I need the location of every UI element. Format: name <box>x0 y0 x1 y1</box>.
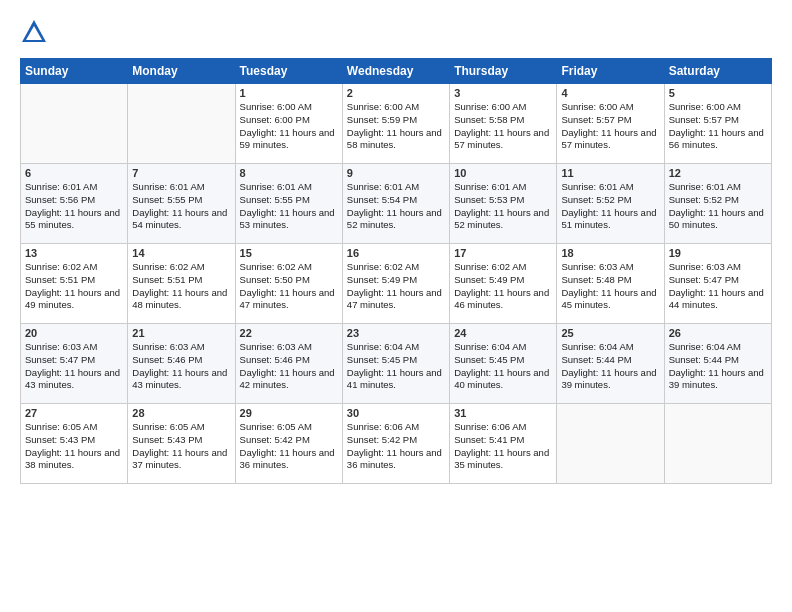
day-number: 21 <box>132 327 230 339</box>
cell-details: Sunrise: 6:00 AM Sunset: 6:00 PM Dayligh… <box>240 101 338 152</box>
cell-details: Sunrise: 6:01 AM Sunset: 5:52 PM Dayligh… <box>669 181 767 232</box>
day-number: 1 <box>240 87 338 99</box>
day-number: 29 <box>240 407 338 419</box>
calendar-cell: 28Sunrise: 6:05 AM Sunset: 5:43 PM Dayli… <box>128 404 235 484</box>
cell-details: Sunrise: 6:02 AM Sunset: 5:50 PM Dayligh… <box>240 261 338 312</box>
calendar-cell: 7Sunrise: 6:01 AM Sunset: 5:55 PM Daylig… <box>128 164 235 244</box>
calendar-cell: 19Sunrise: 6:03 AM Sunset: 5:47 PM Dayli… <box>664 244 771 324</box>
cell-details: Sunrise: 6:05 AM Sunset: 5:43 PM Dayligh… <box>132 421 230 472</box>
day-number: 5 <box>669 87 767 99</box>
day-number: 24 <box>454 327 552 339</box>
day-number: 20 <box>25 327 123 339</box>
day-number: 3 <box>454 87 552 99</box>
calendar-cell: 9Sunrise: 6:01 AM Sunset: 5:54 PM Daylig… <box>342 164 449 244</box>
calendar-cell: 21Sunrise: 6:03 AM Sunset: 5:46 PM Dayli… <box>128 324 235 404</box>
cell-details: Sunrise: 6:03 AM Sunset: 5:46 PM Dayligh… <box>132 341 230 392</box>
calendar-cell: 1Sunrise: 6:00 AM Sunset: 6:00 PM Daylig… <box>235 84 342 164</box>
cell-details: Sunrise: 6:01 AM Sunset: 5:55 PM Dayligh… <box>132 181 230 232</box>
calendar-cell: 22Sunrise: 6:03 AM Sunset: 5:46 PM Dayli… <box>235 324 342 404</box>
cell-details: Sunrise: 6:00 AM Sunset: 5:57 PM Dayligh… <box>669 101 767 152</box>
cell-details: Sunrise: 6:04 AM Sunset: 5:44 PM Dayligh… <box>561 341 659 392</box>
cell-details: Sunrise: 6:06 AM Sunset: 5:42 PM Dayligh… <box>347 421 445 472</box>
calendar-cell <box>21 84 128 164</box>
week-row-3: 13Sunrise: 6:02 AM Sunset: 5:51 PM Dayli… <box>21 244 772 324</box>
weekday-header-sunday: Sunday <box>21 59 128 84</box>
cell-details: Sunrise: 6:05 AM Sunset: 5:42 PM Dayligh… <box>240 421 338 472</box>
day-number: 28 <box>132 407 230 419</box>
calendar-cell: 18Sunrise: 6:03 AM Sunset: 5:48 PM Dayli… <box>557 244 664 324</box>
week-row-5: 27Sunrise: 6:05 AM Sunset: 5:43 PM Dayli… <box>21 404 772 484</box>
calendar-cell: 13Sunrise: 6:02 AM Sunset: 5:51 PM Dayli… <box>21 244 128 324</box>
cell-details: Sunrise: 6:04 AM Sunset: 5:45 PM Dayligh… <box>454 341 552 392</box>
weekday-header-saturday: Saturday <box>664 59 771 84</box>
day-number: 17 <box>454 247 552 259</box>
cell-details: Sunrise: 6:00 AM Sunset: 5:58 PM Dayligh… <box>454 101 552 152</box>
day-number: 30 <box>347 407 445 419</box>
calendar-cell: 10Sunrise: 6:01 AM Sunset: 5:53 PM Dayli… <box>450 164 557 244</box>
day-number: 12 <box>669 167 767 179</box>
calendar-cell: 17Sunrise: 6:02 AM Sunset: 5:49 PM Dayli… <box>450 244 557 324</box>
calendar-cell: 8Sunrise: 6:01 AM Sunset: 5:55 PM Daylig… <box>235 164 342 244</box>
day-number: 9 <box>347 167 445 179</box>
cell-details: Sunrise: 6:03 AM Sunset: 5:48 PM Dayligh… <box>561 261 659 312</box>
calendar-cell: 6Sunrise: 6:01 AM Sunset: 5:56 PM Daylig… <box>21 164 128 244</box>
calendar-cell: 15Sunrise: 6:02 AM Sunset: 5:50 PM Dayli… <box>235 244 342 324</box>
calendar-table: SundayMondayTuesdayWednesdayThursdayFrid… <box>20 58 772 484</box>
calendar-cell: 24Sunrise: 6:04 AM Sunset: 5:45 PM Dayli… <box>450 324 557 404</box>
cell-details: Sunrise: 6:06 AM Sunset: 5:41 PM Dayligh… <box>454 421 552 472</box>
calendar-cell <box>664 404 771 484</box>
cell-details: Sunrise: 6:01 AM Sunset: 5:53 PM Dayligh… <box>454 181 552 232</box>
day-number: 4 <box>561 87 659 99</box>
cell-details: Sunrise: 6:02 AM Sunset: 5:49 PM Dayligh… <box>347 261 445 312</box>
day-number: 13 <box>25 247 123 259</box>
cell-details: Sunrise: 6:02 AM Sunset: 5:51 PM Dayligh… <box>132 261 230 312</box>
cell-details: Sunrise: 6:03 AM Sunset: 5:47 PM Dayligh… <box>669 261 767 312</box>
day-number: 23 <box>347 327 445 339</box>
cell-details: Sunrise: 6:00 AM Sunset: 5:57 PM Dayligh… <box>561 101 659 152</box>
week-row-1: 1Sunrise: 6:00 AM Sunset: 6:00 PM Daylig… <box>21 84 772 164</box>
cell-details: Sunrise: 6:03 AM Sunset: 5:46 PM Dayligh… <box>240 341 338 392</box>
day-number: 2 <box>347 87 445 99</box>
cell-details: Sunrise: 6:00 AM Sunset: 5:59 PM Dayligh… <box>347 101 445 152</box>
day-number: 22 <box>240 327 338 339</box>
cell-details: Sunrise: 6:04 AM Sunset: 5:44 PM Dayligh… <box>669 341 767 392</box>
day-number: 10 <box>454 167 552 179</box>
cell-details: Sunrise: 6:01 AM Sunset: 5:56 PM Dayligh… <box>25 181 123 232</box>
weekday-header-monday: Monday <box>128 59 235 84</box>
calendar-cell: 4Sunrise: 6:00 AM Sunset: 5:57 PM Daylig… <box>557 84 664 164</box>
week-row-4: 20Sunrise: 6:03 AM Sunset: 5:47 PM Dayli… <box>21 324 772 404</box>
weekday-header-friday: Friday <box>557 59 664 84</box>
calendar-cell: 5Sunrise: 6:00 AM Sunset: 5:57 PM Daylig… <box>664 84 771 164</box>
cell-details: Sunrise: 6:02 AM Sunset: 5:51 PM Dayligh… <box>25 261 123 312</box>
weekday-header-row: SundayMondayTuesdayWednesdayThursdayFrid… <box>21 59 772 84</box>
day-number: 27 <box>25 407 123 419</box>
day-number: 25 <box>561 327 659 339</box>
cell-details: Sunrise: 6:04 AM Sunset: 5:45 PM Dayligh… <box>347 341 445 392</box>
cell-details: Sunrise: 6:05 AM Sunset: 5:43 PM Dayligh… <box>25 421 123 472</box>
calendar-cell: 31Sunrise: 6:06 AM Sunset: 5:41 PM Dayli… <box>450 404 557 484</box>
day-number: 6 <box>25 167 123 179</box>
calendar-cell: 29Sunrise: 6:05 AM Sunset: 5:42 PM Dayli… <box>235 404 342 484</box>
calendar-cell: 30Sunrise: 6:06 AM Sunset: 5:42 PM Dayli… <box>342 404 449 484</box>
calendar-cell: 20Sunrise: 6:03 AM Sunset: 5:47 PM Dayli… <box>21 324 128 404</box>
day-number: 14 <box>132 247 230 259</box>
cell-details: Sunrise: 6:01 AM Sunset: 5:55 PM Dayligh… <box>240 181 338 232</box>
weekday-header-wednesday: Wednesday <box>342 59 449 84</box>
header <box>20 18 772 46</box>
cell-details: Sunrise: 6:01 AM Sunset: 5:54 PM Dayligh… <box>347 181 445 232</box>
day-number: 8 <box>240 167 338 179</box>
calendar-cell: 11Sunrise: 6:01 AM Sunset: 5:52 PM Dayli… <box>557 164 664 244</box>
calendar-cell: 3Sunrise: 6:00 AM Sunset: 5:58 PM Daylig… <box>450 84 557 164</box>
cell-details: Sunrise: 6:02 AM Sunset: 5:49 PM Dayligh… <box>454 261 552 312</box>
calendar-cell: 27Sunrise: 6:05 AM Sunset: 5:43 PM Dayli… <box>21 404 128 484</box>
calendar-cell: 16Sunrise: 6:02 AM Sunset: 5:49 PM Dayli… <box>342 244 449 324</box>
logo-icon <box>20 18 48 46</box>
calendar-cell: 26Sunrise: 6:04 AM Sunset: 5:44 PM Dayli… <box>664 324 771 404</box>
page: SundayMondayTuesdayWednesdayThursdayFrid… <box>0 0 792 612</box>
day-number: 7 <box>132 167 230 179</box>
calendar-cell <box>128 84 235 164</box>
calendar-cell: 25Sunrise: 6:04 AM Sunset: 5:44 PM Dayli… <box>557 324 664 404</box>
calendar-cell: 23Sunrise: 6:04 AM Sunset: 5:45 PM Dayli… <box>342 324 449 404</box>
calendar-cell: 2Sunrise: 6:00 AM Sunset: 5:59 PM Daylig… <box>342 84 449 164</box>
day-number: 15 <box>240 247 338 259</box>
